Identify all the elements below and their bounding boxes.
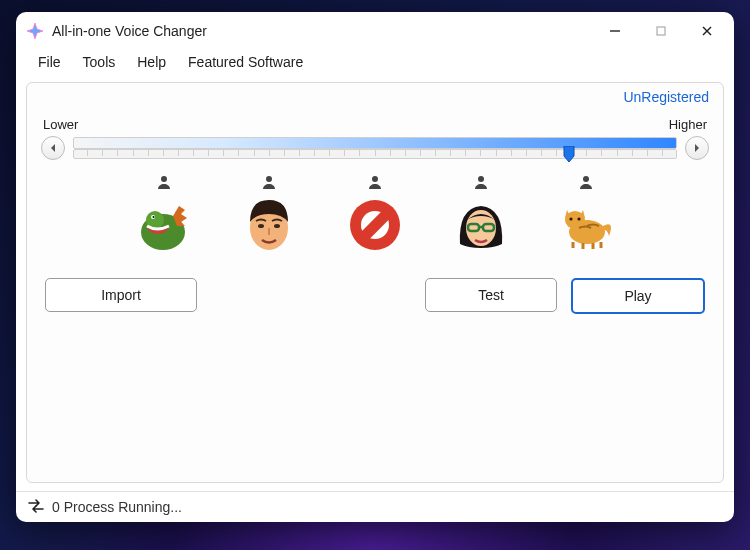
svg-line-4 [703, 27, 711, 35]
menu-tools[interactable]: Tools [73, 50, 126, 74]
svg-point-28 [583, 176, 589, 182]
person-icon [367, 174, 383, 190]
maximize-button[interactable] [638, 12, 684, 50]
woman-preset[interactable] [452, 174, 510, 254]
slider-right-button[interactable] [685, 136, 709, 160]
svg-marker-7 [564, 146, 574, 162]
svg-point-23 [478, 176, 484, 182]
svg-marker-0 [27, 23, 43, 39]
status-text: 0 Process Running... [52, 499, 182, 515]
menu-help[interactable]: Help [127, 50, 176, 74]
person-icon [156, 174, 172, 190]
slider-left-button[interactable] [41, 136, 65, 160]
play-button[interactable]: Play [571, 278, 705, 314]
svg-point-33 [570, 217, 573, 220]
person-icon [578, 174, 594, 190]
svg-rect-3 [657, 27, 665, 35]
svg-marker-8 [695, 144, 699, 152]
minimize-button[interactable] [592, 12, 638, 50]
cat-icon [557, 196, 615, 254]
slider-lower-label: Lower [43, 117, 78, 132]
svg-point-19 [372, 176, 378, 182]
block-preset[interactable] [346, 174, 404, 254]
test-button[interactable]: Test [425, 278, 557, 312]
titlebar: All-in-one Voice Changer [16, 12, 734, 50]
action-buttons: Import Test Play [41, 278, 709, 314]
app-icon [26, 22, 44, 40]
slider-thumb[interactable] [563, 146, 573, 160]
person-icon [261, 174, 277, 190]
svg-point-17 [258, 224, 264, 228]
dino-icon [135, 196, 193, 254]
slider-higher-label: Higher [669, 117, 707, 132]
menu-file[interactable]: File [28, 50, 71, 74]
app-window: All-in-one Voice Changer File Tools Help… [16, 12, 734, 522]
pitch-slider[interactable] [73, 137, 677, 159]
man-face-icon [240, 196, 298, 254]
window-title: All-in-one Voice Changer [52, 23, 207, 39]
statusbar: 0 Process Running... [16, 491, 734, 522]
import-button[interactable]: Import [45, 278, 197, 312]
pitch-slider-block: Lower Higher [41, 117, 709, 160]
preset-row [41, 174, 709, 254]
close-button[interactable] [684, 12, 730, 50]
man-preset[interactable] [240, 174, 298, 254]
svg-point-9 [161, 176, 167, 182]
svg-point-15 [266, 176, 272, 182]
svg-point-18 [274, 224, 280, 228]
menu-featured[interactable]: Featured Software [178, 50, 313, 74]
menubar: File Tools Help Featured Software [16, 50, 734, 80]
window-controls [592, 12, 730, 50]
svg-point-34 [578, 217, 581, 220]
person-icon [473, 174, 489, 190]
svg-line-5 [703, 27, 711, 35]
dino-preset[interactable] [135, 174, 193, 254]
main-panel: UnRegistered Lower Higher [26, 82, 724, 483]
cat-preset[interactable] [557, 174, 615, 254]
no-entry-icon [346, 196, 404, 254]
svg-point-13 [152, 216, 154, 218]
woman-face-icon [452, 196, 510, 254]
svg-marker-6 [51, 144, 55, 152]
unregistered-label[interactable]: UnRegistered [623, 89, 709, 105]
transfer-icon [28, 499, 44, 516]
